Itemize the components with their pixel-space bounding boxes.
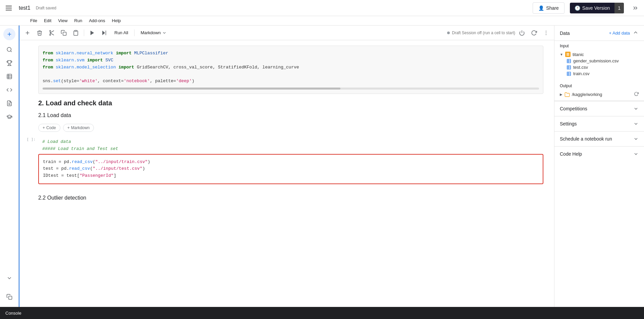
- expand-panel-button[interactable]: [629, 2, 641, 14]
- svg-rect-22: [567, 53, 569, 54]
- run-all-label: Run All: [114, 30, 128, 35]
- schedule-accordion-header[interactable]: Schedule a notebook run: [554, 131, 644, 146]
- code-cell-2[interactable]: # Load data ##### Load train and Test se…: [38, 135, 543, 153]
- add-markdown-label: Markdown: [71, 125, 90, 130]
- menu-edit[interactable]: Edit: [41, 16, 55, 25]
- notebook-toolbar: Run All Markdown Draft Session off (run …: [19, 25, 554, 40]
- cut-cell-button[interactable]: [46, 28, 57, 38]
- file-name-2: test.csv: [573, 65, 588, 70]
- settings-accordion-header[interactable]: Settings: [554, 116, 644, 131]
- paste-cell-button[interactable]: [70, 28, 81, 38]
- section-21-gutter: [19, 110, 38, 135]
- menu-run[interactable]: Run: [71, 16, 86, 25]
- top-bar: test1 Draft saved 👤 Share 🕐 Save Version…: [0, 0, 644, 16]
- collapse-panel-button[interactable]: [633, 30, 639, 37]
- draft-saved-status: Draft saved: [36, 6, 56, 10]
- sidebar-copy-button[interactable]: [3, 291, 15, 303]
- menu-file[interactable]: File: [27, 16, 41, 25]
- right-panel-header: Data + Add data: [554, 25, 644, 41]
- menu-bar: File Edit View Run Add-ons Help: [0, 16, 644, 25]
- schedule-chevron-icon: [633, 136, 639, 142]
- run-cell-button[interactable]: [87, 28, 98, 38]
- session-status: Draft Session off (run a cell to start): [447, 31, 515, 35]
- main-layout: Run All Markdown Draft Session off (run …: [0, 25, 644, 307]
- input-section: Input ▼ titanic gender_submission.csv: [554, 41, 644, 77]
- dataset-name: titanic: [573, 52, 584, 57]
- copy-cell-button[interactable]: [58, 28, 69, 38]
- file-test[interactable]: test.csv: [567, 64, 639, 70]
- svg-rect-5: [8, 296, 12, 300]
- power-button[interactable]: [517, 28, 527, 38]
- data-tree: ▼ titanic gender_submission.csv test.csv: [560, 51, 639, 77]
- file-name-3: train.csv: [573, 71, 589, 76]
- menu-view[interactable]: View: [55, 16, 71, 25]
- delete-cell-button[interactable]: [34, 28, 45, 38]
- section-21-title: 2.1 Load data: [38, 110, 549, 121]
- share-button[interactable]: 👤 Share: [533, 2, 564, 14]
- console-bar[interactable]: Console: [0, 307, 644, 319]
- output-path-item[interactable]: ▶ /kaggle/working: [560, 91, 639, 98]
- data-panel-title: Data: [560, 31, 570, 36]
- share-label: Share: [546, 5, 558, 11]
- svg-marker-16: [102, 31, 105, 35]
- section-2-body: 2. Load and check data: [38, 94, 549, 110]
- person-icon: 👤: [538, 5, 544, 11]
- cell-type-dropdown[interactable]: Markdown: [137, 29, 170, 37]
- svg-rect-33: [567, 72, 571, 75]
- competitions-accordion: Competitions: [554, 101, 644, 116]
- hamburger-button[interactable]: [3, 2, 15, 14]
- sidebar-trophy-button[interactable]: [3, 57, 15, 69]
- sidebar-search-button[interactable]: [3, 44, 15, 56]
- cell-execution-label: [ ]:: [27, 137, 36, 142]
- add-code-button[interactable]: + Code: [38, 124, 60, 132]
- more-options-button[interactable]: [541, 28, 551, 38]
- file-list: gender_submission.csv test.csv train.csv: [560, 58, 639, 77]
- table-icon-2: [567, 65, 571, 70]
- menu-addons[interactable]: Add-ons: [86, 16, 108, 25]
- sidebar-table-button[interactable]: [3, 70, 15, 83]
- output-path: /kaggle/working: [572, 92, 602, 97]
- sidebar-code-button[interactable]: [3, 84, 15, 96]
- cell-gutter-1: [19, 46, 38, 94]
- svg-rect-23: [567, 54, 569, 55]
- run-all-button[interactable]: Run All: [111, 29, 131, 37]
- settings-title: Settings: [560, 121, 577, 126]
- file-train[interactable]: train.csv: [567, 70, 639, 77]
- code-cell-2-highlighted[interactable]: train = pd.read_csv("../input/train.csv"…: [38, 154, 543, 184]
- menu-help[interactable]: Help: [109, 16, 124, 25]
- sidebar-doc-button[interactable]: [3, 97, 15, 109]
- save-version-text: 🕐 Save Version: [570, 3, 615, 13]
- file-gender-submission[interactable]: gender_submission.csv: [567, 58, 639, 64]
- section-2-container: 2. Load and check data: [19, 94, 554, 110]
- add-data-button[interactable]: + Add data: [609, 31, 630, 36]
- code-cell-2-container: [ ]: # Load data ##### Load train and Te…: [19, 135, 554, 184]
- svg-rect-2: [7, 74, 12, 79]
- refresh-button[interactable]: [529, 28, 539, 38]
- sync-icon[interactable]: [634, 92, 639, 97]
- svg-point-21: [546, 34, 546, 35]
- add-cell-buttons: + Code + Markdown: [38, 121, 549, 135]
- hamburger-icon: [6, 6, 12, 10]
- sidebar-add-button[interactable]: [3, 28, 15, 40]
- code-help-accordion: Code Help: [554, 146, 644, 161]
- right-panel-actions: + Add data: [609, 30, 639, 37]
- add-markdown-button[interactable]: + Markdown: [63, 124, 94, 132]
- input-section-title: Input: [560, 44, 639, 48]
- output-section: Output ▶ /kaggle/working: [554, 81, 644, 101]
- plus-markdown-icon: +: [67, 125, 70, 130]
- sidebar-learn-button[interactable]: [3, 111, 15, 123]
- add-cell-button[interactable]: [22, 28, 33, 38]
- code-help-accordion-header[interactable]: Code Help: [554, 147, 644, 161]
- plus-code-icon: +: [43, 125, 45, 130]
- section-22-body: 2.2 Outlier detection: [38, 192, 549, 204]
- left-sidebar: [0, 25, 19, 307]
- competitions-accordion-header[interactable]: Competitions: [554, 101, 644, 116]
- save-version-button[interactable]: 🕐 Save Version 1: [570, 3, 624, 13]
- code-cell-1[interactable]: from sklearn.neural_network import MLPCl…: [38, 46, 543, 94]
- sidebar-collapse-button[interactable]: [3, 272, 15, 284]
- dataset-titanic-item[interactable]: ▼ titanic: [560, 51, 639, 58]
- svg-point-19: [546, 31, 546, 31]
- run-all-next-button[interactable]: [99, 28, 110, 38]
- section-22-title: 2.2 Outlier detection: [38, 192, 549, 204]
- file-name-1: gender_submission.csv: [573, 58, 619, 63]
